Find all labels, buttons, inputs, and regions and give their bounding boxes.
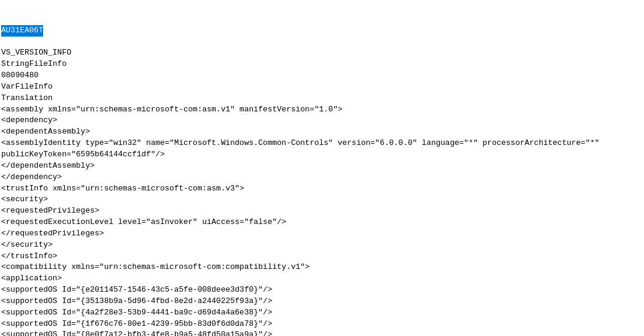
code-line: <dependency> — [1, 115, 643, 126]
code-line: </trustInfo> — [1, 251, 643, 262]
code-line: <dependentAssembly> — [1, 126, 643, 138]
highlighted-line: AU31EA06T — [1, 25, 643, 37]
code-line: StringFileInfo — [1, 59, 643, 70]
highlighted-text: AU31EA06T — [1, 25, 43, 37]
code-line: <supportedOS Id="{1f676c76-80e1-4239-95b… — [1, 319, 643, 330]
code-line: VS_VERSION_INFO — [1, 47, 643, 59]
code-line: <supportedOS Id="{35138b9a-5d96-4fbd-8e2… — [1, 296, 643, 307]
code-line: 08090480 — [1, 70, 643, 81]
code-line: <supportedOS Id="{e2011457-1546-43c5-a5f… — [1, 284, 643, 296]
code-line: </security> — [1, 240, 643, 251]
code-line: <assemblyIdentity type="win32" name="Mic… — [1, 138, 643, 149]
code-line: VarFileInfo — [1, 81, 643, 93]
code-line: <requestedPrivileges> — [1, 205, 643, 217]
code-line: <requestedExecutionLevel level="asInvoke… — [1, 217, 643, 228]
code-line: <security> — [1, 194, 643, 205]
code-line: </dependentAssembly> — [1, 161, 643, 172]
code-content: AU31EA06T VS_VERSION_INFOStringFileInfo0… — [0, 0, 644, 336]
code-line: </requestedPrivileges> — [1, 228, 643, 240]
code-line: </dependency> — [1, 172, 643, 183]
code-line: <supportedOS Id="{4a2f28e3-53b9-4441-ba9… — [1, 307, 643, 319]
code-line: <assembly xmlns="urn:schemas-microsoft-c… — [1, 104, 643, 116]
code-line: Translation — [1, 93, 643, 104]
code-line: <application> — [1, 273, 643, 284]
code-line: <trustInfo xmlns="urn:schemas-microsoft-… — [1, 183, 643, 195]
code-line: publicKeyToken="6595b64144ccf1df"/> — [1, 149, 643, 161]
code-line: <supportedOS Id="{8e0f7a12-bfb3-4fe8-b9a… — [1, 329, 643, 336]
code-line: <compatibility xmlns="urn:schemas-micros… — [1, 262, 643, 273]
